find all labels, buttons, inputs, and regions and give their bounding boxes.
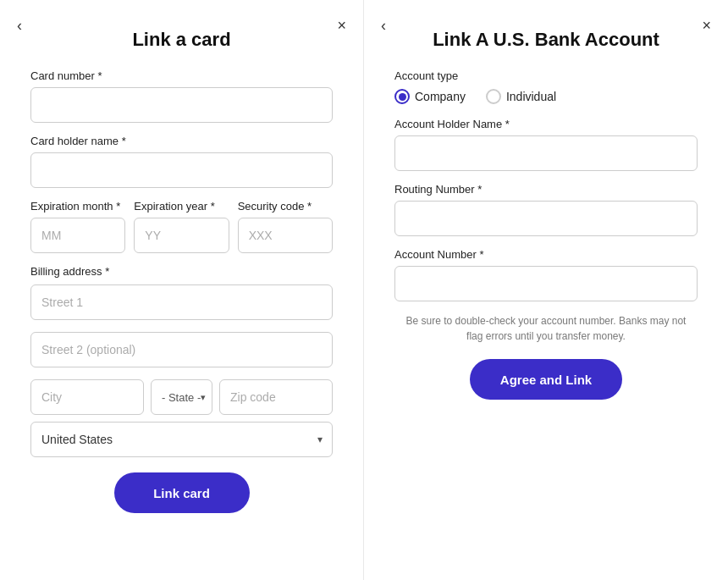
account-holder-input[interactable]: [394, 135, 698, 171]
card-number-label: Card number *: [30, 69, 333, 82]
city-input[interactable]: [30, 379, 144, 415]
radio-individual[interactable]: Individual: [486, 89, 556, 104]
expiry-security-row: Expiration month * Expiration year * Sec…: [30, 200, 333, 265]
card-holder-group: Card holder name *: [30, 135, 333, 188]
billing-address-section: Billing address * - State - ALAKAZCA CON…: [30, 265, 333, 457]
card-number-group: Card number *: [30, 69, 333, 123]
link-card-panel: ‹ × Link a card Card number * Card holde…: [0, 0, 364, 580]
zip-input[interactable]: [219, 379, 333, 415]
routing-number-label: Routing Number *: [394, 183, 698, 196]
security-code-input[interactable]: [238, 218, 333, 253]
state-select-wrapper: - State - ALAKAZCA CONYTX ▾: [151, 379, 212, 415]
bank-page-title: Link A U.S. Bank Account: [394, 29, 698, 51]
expiry-month-input[interactable]: [30, 218, 125, 253]
account-number-input[interactable]: [394, 266, 698, 301]
close-icon-right[interactable]: ×: [702, 17, 711, 35]
expiry-year-input[interactable]: [134, 218, 229, 253]
city-state-zip-row: - State - ALAKAZCA CONYTX ▾: [30, 379, 333, 415]
expiry-year-label: Expiration year *: [134, 200, 229, 213]
street2-input[interactable]: [30, 332, 333, 367]
account-type-section: Account type Company Individual: [394, 69, 698, 104]
routing-number-group: Routing Number *: [394, 183, 698, 236]
link-card-button[interactable]: Link card: [114, 472, 250, 513]
account-holder-group: Account Holder Name *: [394, 118, 698, 171]
billing-address-label: Billing address *: [30, 265, 333, 278]
street1-input[interactable]: [30, 284, 333, 320]
link-bank-panel: ‹ × Link A U.S. Bank Account Account typ…: [364, 0, 728, 580]
card-holder-input[interactable]: [30, 152, 333, 188]
street1-group: [30, 284, 333, 320]
expiry-year-group: Expiration year *: [134, 200, 229, 253]
security-code-group: Security code *: [238, 200, 333, 253]
account-number-hint: Be sure to double-check your account num…: [394, 313, 698, 344]
back-icon[interactable]: ‹: [17, 17, 22, 35]
card-holder-label: Card holder name *: [30, 135, 333, 147]
expiry-month-label: Expiration month *: [30, 200, 125, 213]
radio-company-circle: [394, 89, 410, 104]
country-select-wrapper: United States Canada United Kingdom ▾: [30, 422, 333, 457]
card-number-input[interactable]: [30, 87, 333, 123]
radio-individual-circle: [486, 89, 501, 104]
routing-number-input[interactable]: [394, 201, 698, 236]
radio-company-label: Company: [415, 90, 466, 103]
state-select[interactable]: - State - ALAKAZCA CONYTX: [151, 379, 212, 415]
account-holder-label: Account Holder Name *: [394, 118, 698, 130]
account-number-label: Account Number *: [394, 248, 698, 261]
account-type-label: Account type: [394, 69, 698, 82]
radio-group: Company Individual: [394, 89, 698, 104]
page-title: Link a card: [30, 29, 333, 51]
back-icon-right[interactable]: ‹: [381, 17, 386, 35]
account-number-group: Account Number *: [394, 248, 698, 301]
agree-link-button[interactable]: Agree and Link: [470, 359, 622, 400]
country-select[interactable]: United States Canada United Kingdom: [30, 422, 333, 457]
radio-individual-label: Individual: [506, 90, 556, 103]
street2-group: [30, 332, 333, 367]
expiry-month-group: Expiration month *: [30, 200, 125, 253]
close-icon[interactable]: ×: [337, 17, 346, 35]
security-code-label: Security code *: [238, 200, 333, 213]
radio-company[interactable]: Company: [394, 89, 466, 104]
